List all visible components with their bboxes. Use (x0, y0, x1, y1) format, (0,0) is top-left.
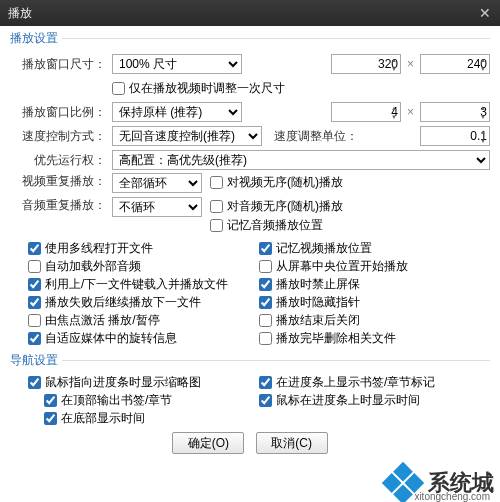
rotate-info-checkbox[interactable]: 自适应媒体中的旋转信息 (28, 330, 259, 347)
dimension-x-label: × (407, 105, 414, 119)
thumb-on-progress-checkbox[interactable]: 鼠标指向进度条时显示缩略图 (28, 374, 259, 391)
audio-repeat-select[interactable]: 不循环 (112, 197, 202, 217)
spinner-icon[interactable]: ▲▼ (477, 103, 489, 121)
video-random-checkbox[interactable]: 对视频无序(随机)播放 (210, 174, 343, 191)
remember-video-pos-checkbox[interactable]: 记忆视频播放位置 (259, 240, 490, 257)
spinner-icon[interactable]: ▲▼ (477, 55, 489, 73)
fail-next-checkbox[interactable]: 播放失败后继续播放下一文件 (28, 294, 259, 311)
priority-label: 优先运行权： (10, 152, 112, 169)
playback-group: 播放设置 播放窗口尺寸： 100% 尺寸 ▲▼ × ▲▼ 仅在播放视频时调整一次… (10, 30, 490, 348)
prev-next-open-checkbox[interactable]: 利用上/下一文件键载入并播放文件 (28, 276, 259, 293)
watermark-url: xitongcheng.com (414, 491, 490, 502)
win-ratio-label: 播放窗口比例： (10, 104, 112, 121)
bookmarks-top-checkbox[interactable]: 在顶部输出书签/章节 (44, 392, 259, 409)
playback-legend: 播放设置 (10, 30, 62, 47)
spinner-icon[interactable]: ▲▼ (388, 55, 400, 73)
win-ratio-select[interactable]: 保持原样 (推荐) (112, 102, 242, 122)
close-icon: ✕ (479, 5, 491, 21)
spinner-icon[interactable]: ▲▼ (477, 127, 489, 145)
only-adjust-once-checkbox[interactable]: 仅在播放视频时调整一次尺寸 (112, 80, 285, 97)
hide-cursor-checkbox[interactable]: 播放时隐藏指针 (259, 294, 490, 311)
nav-group: 导航设置 鼠标指向进度条时显示缩略图 在顶部输出书签/章节 在底部显示时间 在进… (10, 352, 490, 428)
time-on-bar-checkbox[interactable]: 鼠标在进度条上时显示时间 (259, 392, 490, 409)
dimension-x-label: × (407, 57, 414, 71)
del-related-checkbox[interactable]: 播放完毕删除相关文件 (259, 330, 490, 347)
close-button[interactable]: ✕ (470, 0, 500, 26)
ok-button[interactable]: 确定(O) (172, 432, 244, 454)
focus-activate-checkbox[interactable]: 由焦点激活 播放/暂停 (28, 312, 259, 329)
remember-audio-pos-checkbox[interactable]: 记忆音频播放位置 (210, 217, 343, 234)
checkbox-input[interactable] (112, 82, 125, 95)
video-repeat-label: 视频重复播放： (10, 173, 112, 190)
audio-random-checkbox[interactable]: 对音频无序(随机)播放 (210, 198, 343, 215)
title-bar: 播放 ✕ (0, 0, 500, 26)
bookmarks-on-bar-checkbox[interactable]: 在进度条上显示书签/章节标记 (259, 374, 490, 391)
start-center-checkbox[interactable]: 从屏幕中央位置开始播放 (259, 258, 490, 275)
close-after-checkbox[interactable]: 播放结束后关闭 (259, 312, 490, 329)
dialog-content: 播放设置 播放窗口尺寸： 100% 尺寸 ▲▼ × ▲▼ 仅在播放视频时调整一次… (0, 26, 500, 454)
time-bottom-checkbox[interactable]: 在底部显示时间 (44, 410, 259, 427)
video-repeat-select[interactable]: 全部循环 (112, 173, 202, 193)
button-bar: 确定(O) 取消(C) (10, 432, 490, 454)
audio-repeat-label: 音频重复播放： (10, 197, 112, 214)
cancel-button[interactable]: 取消(C) (256, 432, 328, 454)
spinner-icon[interactable]: ▲▼ (388, 103, 400, 121)
speed-unit-label: 速度调整单位： (274, 128, 358, 145)
priority-select[interactable]: 高配置：高优先级(推荐) (112, 150, 490, 170)
nav-legend: 导航设置 (10, 352, 62, 369)
speed-ctrl-select[interactable]: 无回音速度控制(推荐) (112, 126, 262, 146)
speed-ctrl-label: 速度控制方式： (10, 128, 112, 145)
window-title: 播放 (8, 5, 32, 22)
multithread-checkbox[interactable]: 使用多线程打开文件 (28, 240, 259, 257)
win-size-label: 播放窗口尺寸： (10, 56, 112, 73)
disable-ss-checkbox[interactable]: 播放时禁止屏保 (259, 276, 490, 293)
win-size-select[interactable]: 100% 尺寸 (112, 54, 242, 74)
auto-load-ext-audio-checkbox[interactable]: 自动加载外部音频 (28, 258, 259, 275)
